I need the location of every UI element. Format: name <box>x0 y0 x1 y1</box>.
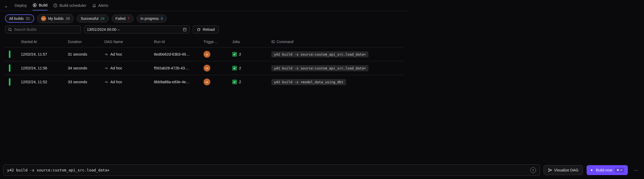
status-indicator <box>9 64 10 72</box>
cell-started: 12/02/24, 11:52 <box>21 80 68 84</box>
chevron-down-icon[interactable] <box>4 5 9 9</box>
tab-build[interactable]: Build <box>33 3 47 10</box>
tab-deploy[interactable]: Deploy <box>15 3 27 10</box>
cell-jobs: 2 <box>232 52 271 57</box>
avatar: oz <box>41 16 46 21</box>
cell-runid: 8bb9a88a-e83e-4e… <box>154 80 198 84</box>
col-trigger: Trigge… <box>204 40 232 44</box>
cell-jobs: 2 <box>232 66 271 70</box>
filter-successful-count: 24 <box>100 16 105 21</box>
play-circle-icon <box>33 3 37 7</box>
col-duration: Duration <box>68 40 104 44</box>
avatar: oz <box>204 65 210 71</box>
check-icon <box>232 80 237 84</box>
table-row[interactable]: 12/02/24, 11:56 34 seconds Ad hoc f592ab… <box>5 61 404 75</box>
cell-duration: 34 seconds <box>68 66 104 70</box>
cell-duration: 31 seconds <box>68 52 104 56</box>
col-jobs: Jobs <box>232 40 271 44</box>
status-indicator <box>9 78 10 86</box>
reload-button[interactable]: Reload <box>193 26 219 33</box>
filter-all-label: All builds <box>9 16 24 21</box>
tab-build-label: Build <box>39 3 47 7</box>
filter-my-builds[interactable]: oz My builds 28 <box>37 14 74 23</box>
adhoc-icon <box>104 80 108 84</box>
filter-failed[interactable]: Failed 7 <box>112 15 134 22</box>
tab-scheduler[interactable]: Build scheduler <box>53 3 86 10</box>
filter-bar: All builds 31 oz My builds 28 Successful… <box>0 11 409 26</box>
status-indicator <box>9 51 10 58</box>
filter-inprogress-label: In progress <box>141 16 159 21</box>
tab-alerts-label: Alerts <box>98 3 108 8</box>
cell-command: y42 build -s source:custom_api_src.load_… <box>271 65 404 71</box>
table-header: Started At Duration DAG Name Run Id Trig… <box>5 37 404 47</box>
date-value: 13/01/2024 00:00 – <box>87 27 120 32</box>
cell-runid: 8ed0e62d-63b3-49… <box>154 52 198 56</box>
adhoc-icon <box>104 66 108 70</box>
calendar-icon <box>183 27 187 32</box>
adhoc-icon <box>104 52 108 56</box>
check-icon <box>232 52 237 57</box>
tab-alerts[interactable]: Alerts <box>92 3 108 10</box>
avatar: oz <box>204 51 210 58</box>
builds-table: Started At Duration DAG Name Run Id Trig… <box>0 37 409 89</box>
cell-dag: Ad hoc <box>104 52 154 56</box>
bell-icon <box>92 3 96 8</box>
filter-my-label: My builds <box>48 16 64 21</box>
clock-icon <box>53 3 57 8</box>
filter-all-count: 31 <box>26 16 30 21</box>
search-icon <box>8 28 12 32</box>
avatar: oz <box>204 79 210 85</box>
cell-command: y42 build -s +model_data_using_dbt <box>271 79 404 85</box>
filter-successful-label: Successful <box>81 16 98 21</box>
cell-trigger: oz <box>204 79 232 85</box>
cell-duration: 33 seconds <box>68 80 104 84</box>
top-tabs: Deploy Build Build scheduler Alerts <box>0 0 409 11</box>
cell-dag: Ad hoc <box>104 66 154 70</box>
cell-jobs: 2 <box>232 80 271 84</box>
cell-trigger: oz <box>204 51 232 58</box>
filter-all-builds[interactable]: All builds 31 <box>5 15 34 22</box>
controls-row: 13/01/2024 00:00 – Reload <box>0 26 409 37</box>
cell-started: 12/02/24, 11:57 <box>21 52 68 56</box>
reload-icon <box>197 28 201 32</box>
table-row[interactable]: 12/02/24, 11:52 33 seconds Ad hoc 8bb9a8… <box>5 75 404 89</box>
cell-runid: f592ab28-472b-43… <box>154 66 198 70</box>
cell-trigger: oz <box>204 65 232 71</box>
cell-command: y42 build -s source:custom_api_src.load_… <box>271 51 404 57</box>
svg-rect-3 <box>183 28 186 31</box>
filter-successful[interactable]: Successful 24 <box>77 15 108 22</box>
reload-label: Reload <box>203 27 215 32</box>
search-builds[interactable] <box>5 26 81 33</box>
filter-in-progress[interactable]: In progress 0 <box>137 15 167 22</box>
terminal-icon <box>271 40 275 44</box>
filter-failed-label: Failed <box>116 16 126 21</box>
col-command: Command <box>271 40 404 44</box>
filter-failed-count: 7 <box>128 16 130 21</box>
svg-point-2 <box>9 28 11 30</box>
check-icon <box>232 66 237 70</box>
cell-started: 12/02/24, 11:56 <box>21 66 68 70</box>
tab-scheduler-label: Build scheduler <box>59 3 86 8</box>
svg-rect-4 <box>272 41 275 43</box>
tab-deploy-label: Deploy <box>15 3 27 8</box>
col-started: Started At <box>21 40 68 44</box>
col-dag: DAG Name <box>104 40 154 44</box>
table-row[interactable]: 12/02/24, 11:57 31 seconds Ad hoc 8ed0e6… <box>5 47 404 61</box>
filter-inprogress-count: 0 <box>161 16 163 21</box>
cell-dag: Ad hoc <box>104 80 154 84</box>
search-input[interactable] <box>14 27 78 32</box>
date-range-picker[interactable]: 13/01/2024 00:00 – <box>84 26 190 33</box>
filter-my-count: 28 <box>66 16 70 21</box>
col-runid: Run Id <box>154 40 204 44</box>
